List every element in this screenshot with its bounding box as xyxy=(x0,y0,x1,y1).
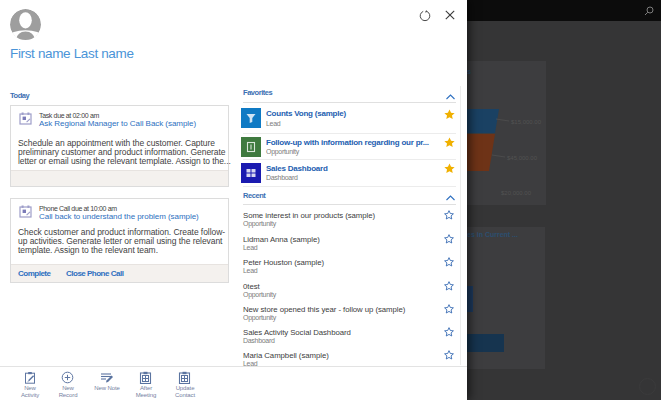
svg-text:$20,000.00: $20,000.00 xyxy=(501,190,532,196)
svg-text:$15,000.00: $15,000.00 xyxy=(511,119,542,125)
svg-text:$45,000.00: $45,000.00 xyxy=(507,155,538,161)
